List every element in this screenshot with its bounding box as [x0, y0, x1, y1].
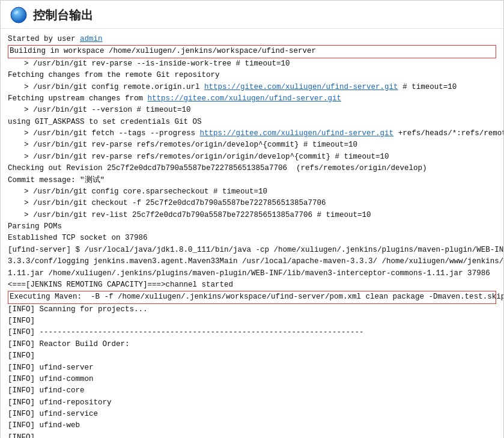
- line-git-askpass: using GIT_ASKPASS to set credentials Git…: [8, 117, 496, 128]
- line-info-blank-1: [INFO]: [8, 315, 496, 327]
- line-git-rev-parse-2: > /usr/bin/git rev-parse refs/remotes/or…: [8, 139, 496, 151]
- line-git-rev-parse: > /usr/bin/git rev-parse --is-inside-wor…: [8, 58, 496, 70]
- title-bar: 控制台输出: [1, 1, 503, 29]
- line-git-config: > /usr/bin/git config remote.origin.url …: [8, 82, 496, 93]
- line-git-sparsecheckout: > /usr/bin/git config core.sparsecheckou…: [8, 186, 496, 198]
- console-icon: [10, 7, 27, 23]
- line-info-scanning: [INFO] Scanning for projects...: [8, 304, 496, 315]
- line-java-cmd-1: [ufind-server] $ /usr/local/java/jdk1.8.…: [8, 245, 496, 256]
- line-checkout-revision: Checking out Revision 25c7f2e0dcd7b790a5…: [8, 163, 496, 174]
- line-info-ufind-common: [INFO] ufind-common: [8, 374, 496, 385]
- line-info-blank-3: [INFO]: [8, 432, 496, 438]
- line-fetching-upstream: Fetching upstream changes from https://g…: [8, 93, 496, 105]
- line-git-checkout: > /usr/bin/git checkout -f 25c7f2e0dcd7b…: [8, 198, 496, 209]
- line-info-reactor: [INFO] Reactor Build Order:: [8, 339, 496, 350]
- line-git-fetch: > /usr/bin/git fetch --tags --progress h…: [8, 128, 496, 139]
- line-parsing-poms: Parsing POMs: [8, 221, 496, 233]
- line-executing-maven: Executing Maven: -B -f /home/xuliugen/.j…: [8, 291, 496, 303]
- admin-link[interactable]: admin: [80, 35, 103, 43]
- line-established: Established TCP socket on 37986: [8, 233, 496, 244]
- console-output: Started by user admin Building in worksp…: [1, 29, 503, 438]
- line-info-ufind-service: [INFO] ufind-service: [8, 409, 496, 420]
- line-info-separator-1: [INFO] ---------------------------------…: [8, 327, 496, 338]
- main-window: 控制台输出 Started by user admin Building in …: [0, 0, 504, 438]
- line-info-ufind-web: [INFO] ufind-web: [8, 420, 496, 431]
- line-fetching-remote: Fetching changes from the remote Git rep…: [8, 70, 496, 81]
- line-channel-started: <===[JENKINS REMOTING CAPACITY]===>chann…: [8, 279, 496, 291]
- line-info-blank-2: [INFO]: [8, 350, 496, 362]
- line-git-rev-list: > /usr/bin/git rev-list 25c7f2e0dcd7b790…: [8, 210, 496, 221]
- line-info-ufind-server: [INFO] ufind-server: [8, 362, 496, 374]
- line-started: Started by user admin: [8, 34, 496, 45]
- gitee-link-3[interactable]: https://gitee.com/xuliugen/ufind-server.…: [200, 129, 394, 138]
- line-java-cmd-3: 1.11.jar /home/xuliugen/.jenkins/plugins…: [8, 268, 496, 279]
- line-git-rev-parse-3: > /usr/bin/git rev-parse refs/remotes/or…: [8, 151, 496, 163]
- line-commit-message: Commit message: "测试": [8, 175, 496, 186]
- page-title: 控制台输出: [33, 7, 93, 23]
- line-info-ufind-repository: [INFO] ufind-repository: [8, 397, 496, 409]
- svg-point-0: [11, 7, 26, 23]
- gitee-link-1[interactable]: https://gitee.com/xuliugen/ufind-server.…: [204, 83, 398, 91]
- line-java-cmd-2: 3.3.3/conf/logging jenkins.maven3.agent.…: [8, 256, 496, 267]
- line-info-ufind-core: [INFO] ufind-core: [8, 385, 496, 397]
- line-building: Building in workspace /home/xuliugen/.je…: [8, 45, 496, 58]
- line-git-version: > /usr/bin/git --version # timeout=10: [8, 105, 496, 116]
- gitee-link-2[interactable]: https://gitee.com/xuliugen/ufind-server.…: [148, 94, 342, 103]
